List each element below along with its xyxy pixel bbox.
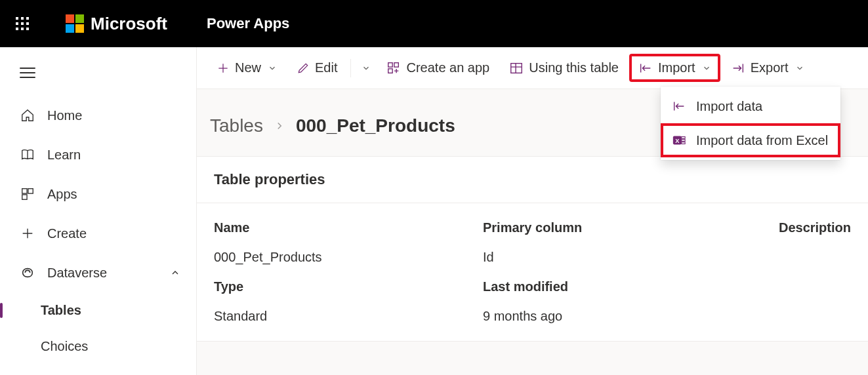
chevron-right-icon: [274, 120, 285, 132]
breadcrumb-parent[interactable]: Tables: [210, 115, 263, 136]
sidebar-item-home[interactable]: Home: [0, 96, 196, 135]
svg-rect-0: [22, 189, 27, 193]
hamburger-icon: [20, 64, 35, 81]
sidebar-item-apps[interactable]: Apps: [0, 174, 196, 214]
chevron-up-icon: [170, 267, 180, 278]
svg-text:X: X: [675, 138, 680, 144]
using-table-button[interactable]: Using this table: [501, 55, 627, 81]
sidebar-label: Dataverse: [47, 266, 107, 281]
chevron-down-icon: [362, 64, 371, 73]
app-title: Power Apps: [207, 15, 289, 32]
svg-rect-3: [388, 62, 392, 66]
import-dropdown: Import data X Import data from Excel: [661, 87, 840, 160]
cmd-label: Export: [751, 60, 789, 75]
export-icon: [731, 61, 745, 75]
svg-rect-6: [511, 63, 522, 73]
sidebar-subitem-choices[interactable]: Choices: [0, 328, 196, 365]
value-primary-column: Id: [483, 250, 752, 265]
value-last-modified: 9 months ago: [483, 309, 752, 324]
svg-rect-4: [394, 62, 398, 66]
dropdown-import-data[interactable]: Import data: [661, 89, 840, 123]
cmd-label: Using this table: [529, 60, 619, 75]
edit-icon: [297, 62, 310, 75]
svg-rect-1: [28, 189, 33, 193]
hamburger-button[interactable]: [0, 52, 196, 96]
sidebar: Home Learn Apps Create D: [0, 47, 197, 375]
microsoft-logo-icon: [66, 14, 84, 33]
excel-icon: X: [671, 132, 687, 148]
create-app-icon: [386, 61, 401, 75]
svg-rect-5: [388, 68, 392, 72]
new-button[interactable]: New: [209, 55, 285, 81]
main-content: New Edit: [197, 47, 868, 375]
microsoft-brand: Microsoft: [66, 14, 167, 34]
sidebar-subitem-tables[interactable]: Tables: [0, 292, 196, 328]
import-button[interactable]: Import: [630, 55, 719, 81]
sidebar-label: Home: [47, 108, 82, 123]
value-name: 000_Pet_Products: [214, 250, 483, 265]
cmd-label: Create an app: [406, 60, 489, 75]
dropdown-label: Import data: [696, 99, 762, 114]
card-title: Table properties: [197, 157, 868, 203]
label-last-modified: Last modified: [483, 279, 752, 294]
apps-icon: [20, 186, 35, 202]
dataverse-icon: [20, 265, 35, 281]
export-button[interactable]: Export: [723, 55, 812, 81]
import-icon: [638, 61, 653, 75]
sidebar-sub-label: Choices: [41, 339, 88, 353]
breadcrumb-current: 000_Pet_Products: [296, 115, 455, 136]
sidebar-label: Learn: [47, 148, 81, 163]
sidebar-label: Create: [47, 226, 87, 241]
app-launcher-icon[interactable]: [16, 17, 29, 30]
svg-rect-2: [22, 195, 27, 199]
home-icon: [20, 108, 35, 123]
cmd-label: Import: [658, 60, 695, 75]
sidebar-sub-label: Tables: [41, 303, 81, 317]
dropdown-import-excel[interactable]: X Import data from Excel: [661, 123, 840, 157]
svg-rect-9: [682, 137, 686, 139]
cmd-label: New: [235, 60, 261, 75]
chevron-down-icon: [702, 64, 711, 73]
edit-button[interactable]: Edit: [289, 55, 345, 81]
command-bar: New Edit: [197, 47, 868, 89]
edit-split-button[interactable]: [356, 58, 375, 78]
label-description: Description: [752, 220, 851, 235]
value-type: Standard: [214, 309, 483, 324]
chevron-down-icon: [268, 64, 277, 73]
chevron-down-icon: [795, 64, 804, 73]
label-primary-column: Primary column: [483, 220, 752, 235]
sidebar-item-dataverse[interactable]: Dataverse: [0, 253, 196, 292]
label-name: Name: [214, 220, 483, 235]
table-properties-card: Table properties Name Primary column Des…: [197, 156, 868, 342]
book-icon: [20, 147, 35, 163]
table-icon: [509, 61, 524, 75]
sidebar-label: Apps: [47, 187, 77, 202]
dropdown-label: Import data from Excel: [696, 133, 828, 148]
sidebar-item-learn[interactable]: Learn: [0, 135, 196, 174]
create-app-button[interactable]: Create an app: [379, 55, 497, 81]
label-type: Type: [214, 279, 483, 294]
svg-rect-10: [682, 140, 686, 142]
plus-icon: [20, 226, 35, 241]
import-icon: [671, 98, 687, 114]
cmd-label: Edit: [315, 60, 337, 75]
sidebar-item-create[interactable]: Create: [0, 214, 196, 253]
separator: [350, 59, 351, 77]
svg-rect-11: [682, 142, 686, 144]
plus-icon: [217, 62, 230, 75]
brand-text: Microsoft: [91, 14, 167, 34]
